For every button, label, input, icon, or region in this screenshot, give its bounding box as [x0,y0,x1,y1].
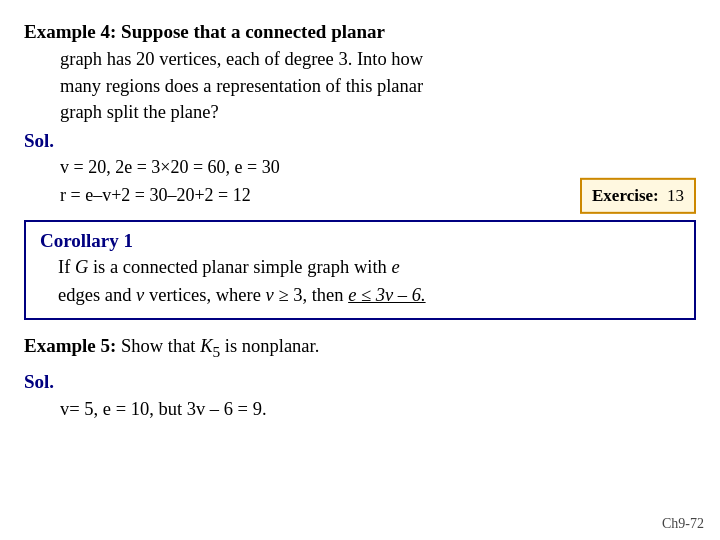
corollary-title: Corollary 1 [40,230,680,252]
corollary-conclusion: e ≤ 3v – 6. [348,285,425,305]
example5-title-rest: Show that [116,336,200,356]
corollary-var-e: e [391,257,399,277]
slide-id: Ch9-72 [662,516,704,532]
example4-block: Example 4: Suppose that a connected plan… [24,18,696,210]
example4-sol-label: Sol. [24,130,696,152]
corollary-pre1: If [58,257,75,277]
example4-line2: graph has 20 vertices, each of degree 3.… [60,46,423,73]
exercise-label: Exercise: [592,186,659,205]
corollary-post2: vertices, where [144,285,265,305]
corollary-line1: If G is a connected planar simple graph … [58,257,400,277]
example4-sol-text1: v = 20, 2e = 3×20 = 60, e = 30 [60,157,280,177]
example4-label-bold: Example 4: [24,21,116,42]
example5-title-bold: Example 5: [24,335,116,356]
corollary-pre2: edges and [58,285,136,305]
example5-sol-label: Sol. [24,371,696,393]
slide-page: Example 4: Suppose that a connected plan… [0,0,720,540]
example5-sol-text: v= 5, e = 10, but 3v – 6 = 9. [60,399,267,419]
corollary-var-G: G [75,257,88,277]
example4-sol-text2: r = e–v+2 = 30–20+2 = 12 [60,185,251,205]
corollary-var-v2: v [266,285,274,305]
corollary-box: Corollary 1 If G is a connected planar s… [24,220,696,320]
example5-title-end: is nonplanar. [220,336,319,356]
example5-k5: K [200,336,212,356]
corollary-ineq: ≥ 3, then [274,285,348,305]
example4-text: Example 4: Suppose that a connected plan… [24,18,696,126]
exercise-badge: Exercise: 13 [580,178,696,214]
example4-label-rest: Suppose that a connected planar [116,21,385,42]
exercise-number: 13 [667,186,684,205]
example4-line3: many regions does a representation of th… [60,73,423,100]
example4-sol-lines: v = 20, 2e = 3×20 = 60, e = 30 r = e–v+2… [60,154,696,210]
corollary-body: If G is a connected planar simple graph … [58,254,680,310]
corollary-post1: is a connected planar simple graph with [88,257,391,277]
corollary-line2: edges and v vertices, where v ≥ 3, then … [58,285,426,305]
example4-line4: graph split the plane? [60,99,219,126]
example5-block: Example 5: Show that K5 is nonplanar. [24,332,696,363]
example5-sol-lines: v= 5, e = 10, but 3v – 6 = 9. [60,395,696,424]
example5-text: Example 5: Show that K5 is nonplanar. [24,332,696,363]
example4-sol-line2-wrapper: r = e–v+2 = 30–20+2 = 12 Exercise: 13 [60,182,696,210]
example4-title: Example 4: Suppose that a connected plan… [24,21,385,42]
